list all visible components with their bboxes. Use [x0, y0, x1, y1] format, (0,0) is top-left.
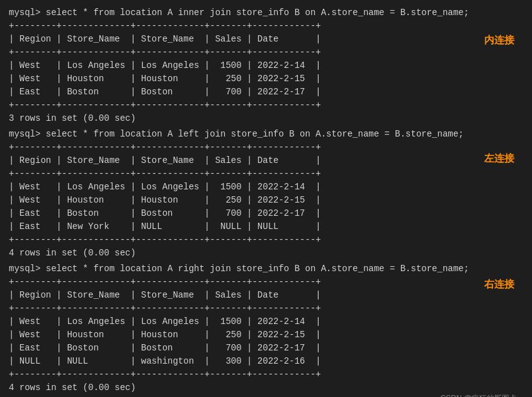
left-join-block: mysql> select * from location A left joi…	[9, 128, 523, 260]
inner-join-block: mysql> select * from location A inner jo…	[9, 6, 523, 125]
right-join-block: mysql> select * from location A right jo…	[9, 262, 523, 394]
right-join-table: +--------+-------------+-------------+--…	[9, 276, 523, 381]
inner-join-footer: 3 rows in set (0.00 sec)	[9, 112, 523, 125]
left-join-label: 左连接	[484, 152, 514, 165]
watermark: CSDN @疯狂的斯图卡	[440, 393, 517, 397]
inner-join-table: +--------+-------------+-------------+--…	[9, 20, 523, 112]
left-join-footer: 4 rows in set (0.00 sec)	[9, 247, 523, 260]
inner-join-command: mysql> select * from location A inner jo…	[9, 6, 523, 20]
right-join-label: 右连接	[484, 278, 514, 291]
left-join-table: +--------+-------------+-------------+--…	[9, 141, 523, 247]
right-join-footer: 4 rows in set (0.00 sec)	[9, 381, 523, 394]
right-join-command: mysql> select * from location A right jo…	[9, 262, 523, 276]
inner-join-label: 内连接	[484, 34, 514, 47]
left-join-command: mysql> select * from location A left joi…	[9, 128, 523, 141]
